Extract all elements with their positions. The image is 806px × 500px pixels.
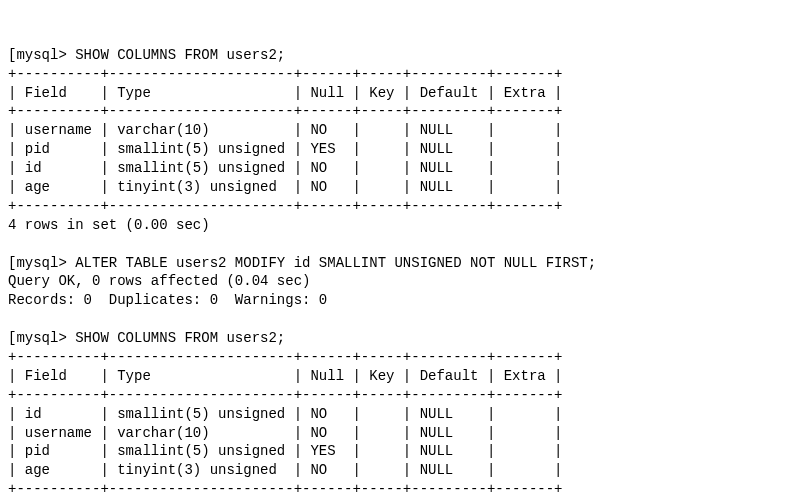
table-border: +----------+----------------------+-----… (8, 481, 563, 497)
prompt-line-1[interactable]: [mysql> SHOW COLUMNS FROM users2; (8, 47, 285, 63)
table-row: | username | varchar(10) | NO | | NULL |… (8, 122, 563, 138)
table-row: | pid | smallint(5) unsigned | YES | | N… (8, 443, 563, 459)
table-border: +----------+----------------------+-----… (8, 349, 563, 365)
result-summary: 4 rows in set (0.00 sec) (8, 217, 210, 233)
table-row: | username | varchar(10) | NO | | NULL |… (8, 425, 563, 441)
prompt-line-2[interactable]: [mysql> ALTER TABLE users2 MODIFY id SMA… (8, 255, 596, 271)
table-row: | age | tinyint(3) unsigned | NO | | NUL… (8, 462, 563, 478)
table-border: +----------+----------------------+-----… (8, 103, 563, 119)
terminal-output: [mysql> SHOW COLUMNS FROM users2; +-----… (8, 27, 798, 500)
query-ok: Query OK, 0 rows affected (0.04 sec) (8, 273, 310, 289)
table-border: +----------+----------------------+-----… (8, 66, 563, 82)
blank-line (8, 311, 16, 327)
blank-line (8, 236, 16, 252)
table-row: | pid | smallint(5) unsigned | YES | | N… (8, 141, 563, 157)
table-header: | Field | Type | Null | Key | Default | … (8, 368, 563, 384)
table-border: +----------+----------------------+-----… (8, 198, 563, 214)
table-row: | age | tinyint(3) unsigned | NO | | NUL… (8, 179, 563, 195)
table-row: | id | smallint(5) unsigned | NO | | NUL… (8, 160, 563, 176)
table-row: | id | smallint(5) unsigned | NO | | NUL… (8, 406, 563, 422)
records-line: Records: 0 Duplicates: 0 Warnings: 0 (8, 292, 327, 308)
table-header: | Field | Type | Null | Key | Default | … (8, 85, 563, 101)
table-border: +----------+----------------------+-----… (8, 387, 563, 403)
prompt-line-3[interactable]: [mysql> SHOW COLUMNS FROM users2; (8, 330, 285, 346)
